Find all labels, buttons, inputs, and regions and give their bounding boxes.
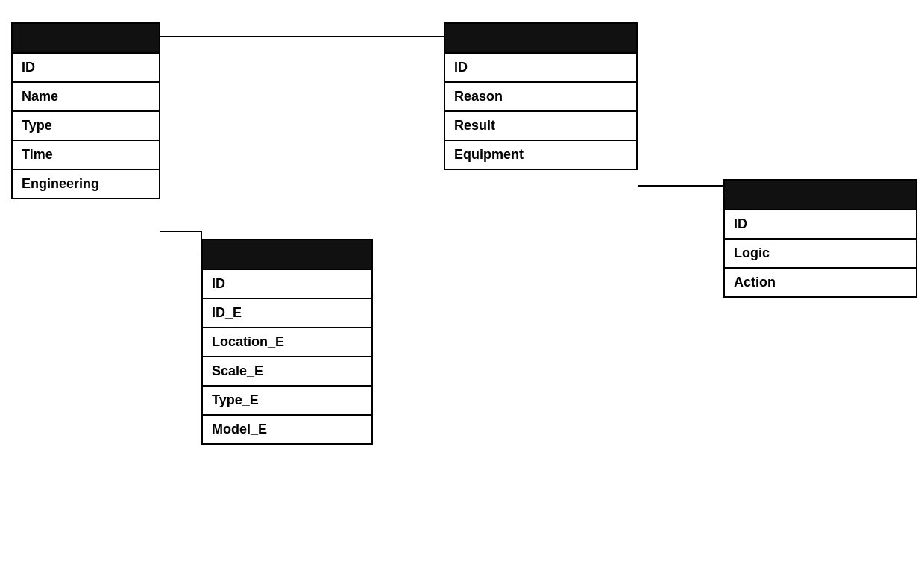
table-2-field-result: Result (445, 110, 636, 140)
table-3-header (725, 181, 916, 209)
table-3-field-id: ID (725, 209, 916, 238)
table-4-header (203, 240, 371, 269)
table-3-field-logic: Logic (725, 238, 916, 267)
table-1-field-type: Type (13, 110, 159, 140)
table-4-field-model-e: Model_E (203, 414, 371, 443)
table-2-field-reason: Reason (445, 81, 636, 110)
diagram-canvas: ID Name Type Time Engineering ID Reason … (0, 0, 924, 582)
table-2-field-id: ID (445, 52, 636, 81)
table-3-field-action: Action (725, 267, 916, 296)
table-2-header (445, 24, 636, 52)
table-1-field-time: Time (13, 140, 159, 169)
table-1-header (13, 24, 159, 52)
table-2-field-equipment: Equipment (445, 140, 636, 169)
table-3: ID Logic Action (723, 179, 917, 298)
table-4-field-scale-e: Scale_E (203, 356, 371, 385)
table-4: ID ID_E Location_E Scale_E Type_E Model_… (201, 239, 373, 445)
table-4-field-id-e: ID_E (203, 298, 371, 327)
table-2: ID Reason Result Equipment (444, 22, 638, 170)
table-1-field-id: ID (13, 52, 159, 81)
table-4-field-id: ID (203, 269, 371, 298)
table-4-field-location-e: Location_E (203, 327, 371, 356)
table-4-field-type-e: Type_E (203, 385, 371, 414)
table-1-field-engineering: Engineering (13, 169, 159, 198)
table-1-field-name: Name (13, 81, 159, 110)
table-1: ID Name Type Time Engineering (11, 22, 160, 199)
